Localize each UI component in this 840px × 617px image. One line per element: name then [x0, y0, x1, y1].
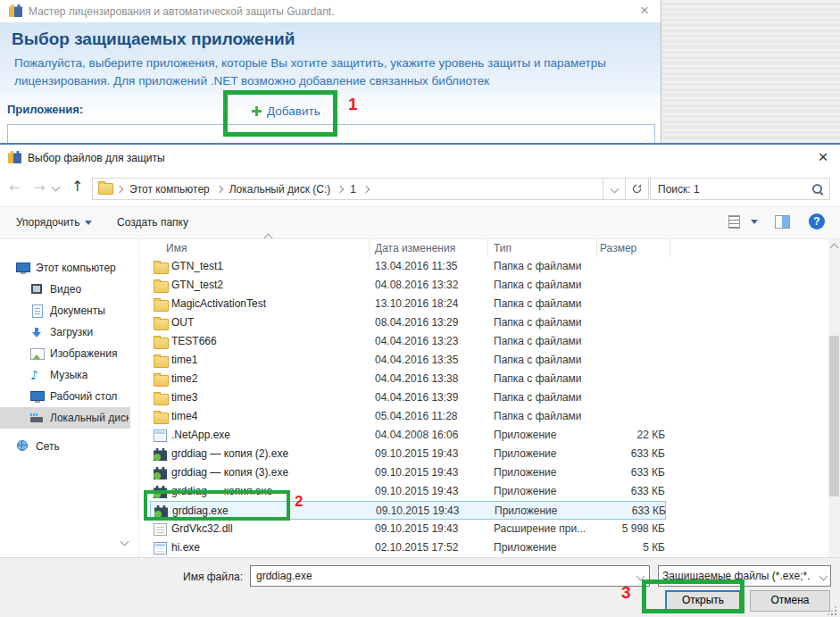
file-date: 02.10.2015 17:52 — [375, 541, 458, 554]
view-list-icon[interactable] — [728, 215, 740, 229]
new-folder-label: Создать папку — [117, 216, 188, 229]
chevron-right-icon — [116, 185, 123, 192]
column-headers: Имя Дата изменения Тип Размер — [150, 239, 828, 257]
sidebar-item-label: Этот компьютер — [36, 262, 116, 274]
sidebar-item-label: Рабочий стол — [50, 390, 117, 403]
file-row[interactable]: OUT 08.04.2016 13:29 Папка с файлами — [150, 313, 666, 332]
sidebar-item[interactable]: Этот компьютер — [0, 257, 130, 279]
file-size: 633 КБ — [552, 466, 665, 479]
breadcrumb-item[interactable]: Локальный диск (C:) — [226, 183, 335, 196]
sidebar-item[interactable]: Рабочий стол — [0, 386, 130, 407]
chevron-down-icon[interactable] — [636, 571, 645, 580]
dialog-toolbar: Упорядочить Создать папку ? — [0, 206, 840, 239]
chevron-right-icon — [362, 185, 370, 192]
sidebar-item[interactable]: Локальный диск — [0, 407, 130, 429]
refresh-button[interactable] — [625, 178, 649, 200]
sidebar-item[interactable]: Сеть — [0, 436, 130, 457]
column-header-date[interactable]: Дата изменения — [375, 242, 455, 254]
file-row[interactable]: GTN_test2 04.08.2016 13:32 Папка с файла… — [150, 276, 666, 295]
guardant-castle-icon — [9, 4, 22, 17]
filename-value: grddiag.exe — [256, 570, 637, 582]
filetype-select[interactable]: Защищаемые файлы (*.exe;*. — [658, 565, 831, 587]
sidebar-item-icon — [30, 304, 45, 318]
cancel-button[interactable]: Отмена — [750, 590, 830, 612]
list-scrollbar[interactable] — [828, 239, 840, 557]
file-date: 05.04.2016 11:28 — [375, 410, 458, 422]
file-date: 04.04.2016 13:35 — [375, 354, 458, 366]
resize-grip[interactable] — [828, 606, 836, 615]
file-date: 04.08.2016 13:32 — [375, 279, 458, 291]
file-name: GrdVkc32.dll — [171, 522, 233, 535]
file-size: 5 КБ — [552, 541, 665, 554]
file-row[interactable]: GrdVkc32.dll 09.10.2015 19:43 Расширение… — [150, 520, 666, 538]
address-bar[interactable]: Этот компьютерЛокальный диск (C:)1 — [92, 178, 603, 200]
file-row[interactable]: grddiag.exe 09.10.2015 19:43 Приложение … — [150, 501, 666, 520]
sidebar-item[interactable]: Видео — [0, 279, 130, 300]
close-icon[interactable]: × — [806, 145, 840, 170]
file-name: time3 — [171, 391, 197, 404]
annotation-number-2: 2 — [295, 493, 303, 511]
help-icon[interactable]: ? — [809, 213, 825, 229]
filename-input[interactable]: grddiag.exe — [250, 565, 650, 587]
file-row[interactable]: time2 04.04.2016 13:38 Папка с файлами — [150, 370, 666, 388]
sidebar-item-icon — [30, 282, 45, 296]
sidebar-item-icon — [30, 325, 45, 339]
sidebar-item[interactable]: Документы — [0, 300, 130, 321]
sidebar-item-icon: ♪ — [30, 368, 45, 382]
file-date: 09.10.2015 19:43 — [375, 466, 458, 479]
sidebar-item-label: Музыка — [50, 369, 87, 381]
organize-button[interactable]: Упорядочить — [16, 216, 92, 229]
chevron-right-icon — [215, 185, 222, 192]
file-date: 09.10.2015 19:43 — [375, 522, 458, 535]
column-header-type[interactable]: Тип — [494, 242, 511, 254]
file-row[interactable]: grddiag — копия.exe 09.10.2015 19:43 При… — [150, 482, 666, 501]
file-name: GTN_test2 — [171, 279, 223, 291]
folder-icon — [98, 183, 113, 195]
column-header-size[interactable]: Размер — [600, 242, 636, 254]
sidebar-item-label: Загрузки — [50, 326, 93, 338]
preview-pane-icon[interactable] — [775, 215, 790, 229]
scrollbar-thumb[interactable] — [829, 336, 839, 496]
add-button[interactable]: Добавить — [252, 101, 320, 121]
file-row[interactable]: .NetApp.exe 04.04.2008 16:06 Приложение … — [150, 426, 666, 445]
breadcrumb-item[interactable]: 1 — [346, 183, 360, 196]
file-row[interactable]: GTN_test1 13.04.2016 11:35 Папка с файла… — [150, 257, 666, 276]
file-row[interactable]: grddiag — копия (2).exe 09.10.2015 19:43… — [150, 445, 666, 463]
wizard-content: Приложения: Добавить — [0, 94, 661, 143]
file-row[interactable]: hi.exe 02.10.2015 17:52 Приложение 5 КБ — [150, 538, 666, 557]
file-icon — [154, 542, 167, 554]
file-icon — [154, 356, 169, 368]
column-header-name[interactable]: Имя — [166, 242, 187, 254]
file-row[interactable]: time1 04.04.2016 13:35 Папка с файлами — [150, 351, 666, 370]
wizard-titlebar: Мастер лицензирования и автоматической з… — [0, 0, 661, 22]
breadcrumb-item[interactable]: Этот компьютер — [126, 183, 213, 196]
close-icon[interactable]: × — [634, 1, 655, 21]
file-size: 633 КБ — [553, 504, 666, 517]
open-button[interactable]: Открыть — [665, 590, 741, 612]
history-chevron-icon[interactable] — [52, 183, 61, 192]
file-row[interactable]: time4 05.04.2016 11:28 Папка с файлами — [150, 407, 666, 426]
file-icon — [154, 394, 169, 405]
file-size: 633 КБ — [552, 447, 665, 460]
file-row[interactable]: MagicActivationTest 13.10.2016 18:24 Пап… — [150, 295, 666, 313]
file-type: Папка с файлами — [494, 260, 582, 272]
view-chevron-icon[interactable] — [751, 220, 758, 224]
sidebar-item[interactable]: Изображения — [0, 343, 130, 364]
file-row[interactable]: TEST666 04.04.2016 13:23 Папка с файлами — [150, 332, 666, 351]
sidebar-item[interactable]: Загрузки — [0, 321, 130, 343]
search-input[interactable]: Поиск: 1 — [650, 178, 830, 200]
file-row[interactable]: time3 04.04.2016 13:39 Папка с файлами — [150, 388, 666, 407]
file-icon — [154, 429, 167, 442]
file-icon — [154, 263, 169, 274]
annotation-number-1: 1 — [348, 95, 358, 114]
address-dropdown-button[interactable] — [603, 178, 626, 200]
back-icon[interactable]: ← — [9, 179, 21, 196]
file-name: GTN_test1 — [171, 260, 223, 272]
desktop-background — [661, 0, 840, 143]
scroll-up-icon[interactable] — [830, 244, 839, 253]
file-row[interactable]: grddiag — копия (3).exe 09.10.2015 19:43… — [150, 463, 666, 482]
up-icon[interactable]: ↑ — [71, 178, 83, 195]
forward-icon[interactable]: → — [34, 179, 46, 196]
sidebar-item[interactable]: ♪ Музыка — [0, 364, 130, 386]
new-folder-button[interactable]: Создать папку — [117, 216, 188, 229]
